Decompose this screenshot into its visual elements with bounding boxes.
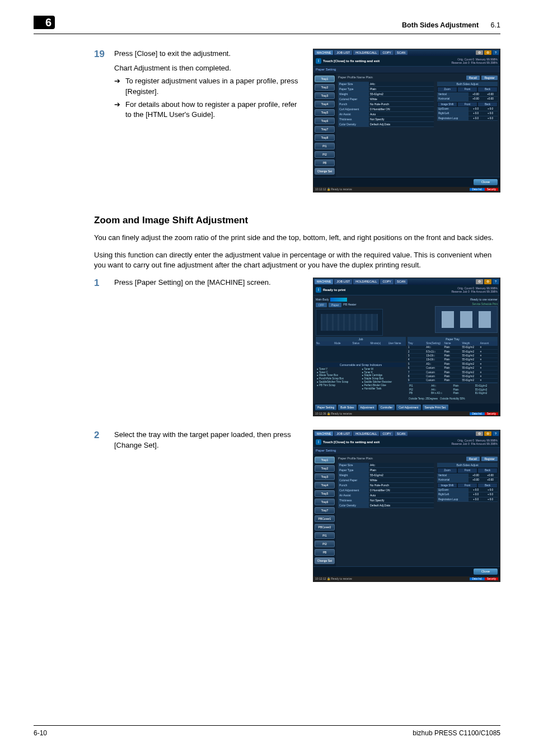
header-section: 6.1 bbox=[491, 21, 500, 29]
tab-joblist[interactable]: JOB LIST bbox=[334, 50, 352, 55]
led-security: Security bbox=[485, 412, 498, 415]
page-footer: 6-10 bizhub PRESS C1100/C1085 bbox=[34, 725, 500, 737]
tray-button[interactable]: Tray5 bbox=[315, 490, 335, 497]
sample-print-button[interactable]: Sample Print Set. bbox=[423, 405, 449, 410]
change-set-button[interactable]: Change Set bbox=[315, 168, 335, 175]
led-security: Security bbox=[485, 188, 498, 191]
tab-recall[interactable]: HOLD/RECALL bbox=[353, 431, 379, 436]
section-label: Paper Setting bbox=[313, 67, 500, 73]
tray-button[interactable]: PI1 bbox=[315, 143, 335, 149]
tab-help[interactable]: ? bbox=[493, 431, 499, 436]
tray-button[interactable]: Tray3 bbox=[315, 92, 335, 99]
header-title: Both Sides Adjustment bbox=[402, 21, 479, 29]
step-subtext: Chart Adjustment is then completed. bbox=[114, 63, 304, 74]
machine-diagram bbox=[316, 309, 383, 336]
register-button[interactable]: Register bbox=[481, 457, 498, 461]
header-rule bbox=[34, 34, 500, 34]
info-icon: i bbox=[316, 439, 321, 445]
led-data: Data Ind. bbox=[470, 412, 484, 415]
tab-machine[interactable]: MACHINE bbox=[315, 431, 333, 436]
paragraph: You can finely adjust the zoom ratio of … bbox=[94, 233, 500, 243]
tab-utility[interactable]: ⚙ bbox=[476, 50, 483, 55]
counter-stats: Orig. Count 0 Memory 99.998% Reserve Job… bbox=[451, 439, 498, 445]
both-sides-adjust-panel: Both Sides Adjust ZoomFrontBack Vertical… bbox=[437, 82, 498, 127]
tray-button[interactable]: Tray8 bbox=[315, 134, 335, 141]
curl-adjustment-button[interactable]: Curl Adjustment bbox=[396, 405, 420, 410]
tray-button[interactable]: Tray3 bbox=[315, 473, 335, 480]
register-button[interactable]: Register bbox=[481, 76, 498, 80]
both-sides-button[interactable]: Both Sides bbox=[338, 405, 356, 410]
close-button[interactable]: Close bbox=[474, 179, 498, 185]
adjustment-button[interactable]: Adjustment bbox=[358, 405, 377, 410]
tray-button[interactable]: Tray2 bbox=[315, 465, 335, 472]
chapter-tab: 6 bbox=[34, 16, 55, 29]
tray-button[interactable]: Tray5 bbox=[315, 109, 335, 116]
tab-machine[interactable]: MACHINE bbox=[315, 50, 333, 55]
tray-button[interactable]: PB bbox=[315, 159, 335, 166]
recall-button[interactable]: Recall bbox=[466, 457, 480, 461]
tab-joblist[interactable]: JOB LIST bbox=[334, 279, 352, 284]
bullet-text: For details about how to register a pape… bbox=[125, 100, 304, 121]
tab-scan[interactable]: SCAN bbox=[395, 279, 407, 284]
tab-utility[interactable]: ⚙ bbox=[476, 279, 483, 284]
both-sides-adjust-panel: Both Sides Adjust ZoomFrontBack Vertical… bbox=[437, 463, 498, 508]
tab-copy[interactable]: COPY bbox=[380, 279, 394, 284]
tab-help[interactable]: ? bbox=[493, 50, 499, 55]
tab-copy[interactable]: COPY bbox=[380, 431, 394, 436]
tray-button[interactable]: PB bbox=[315, 549, 335, 556]
tab-help[interactable]: ? bbox=[493, 279, 499, 284]
tray-button[interactable]: Tray2 bbox=[315, 84, 335, 91]
profile-label: Paper Profile Name bbox=[338, 76, 365, 79]
main-body-label: Main Body bbox=[316, 298, 329, 302]
bullet-text: To register adjustment values in a paper… bbox=[125, 76, 304, 97]
tray-button[interactable]: PI2 bbox=[315, 151, 335, 158]
tray-button[interactable]: Tray6 bbox=[315, 499, 335, 505]
tray-button[interactable]: Tray1 bbox=[315, 457, 335, 463]
tray-button[interactable]: Tray4 bbox=[315, 482, 335, 489]
tray-button[interactable]: Tray7 bbox=[315, 126, 335, 133]
status-message: Touch [Close] to fix setting and exit bbox=[323, 440, 380, 444]
tab-scan[interactable]: SCAN bbox=[395, 50, 407, 55]
tray-button[interactable]: PI1 bbox=[315, 532, 335, 539]
tray-button[interactable]: PBCover2 bbox=[315, 524, 335, 530]
step-text: Press [Paper Setting] on the [MACHINE] s… bbox=[114, 278, 304, 288]
step-number: 1 bbox=[94, 278, 114, 289]
scanner-ready: Ready to use scanner bbox=[470, 298, 498, 302]
paper-property-table: Paper SizeA4□ Paper TypePlain Weight55-6… bbox=[338, 82, 434, 127]
tray-button[interactable]: PBCover1 bbox=[315, 515, 335, 522]
tray-button[interactable]: PI2 bbox=[315, 541, 335, 547]
tab-copy[interactable]: COPY bbox=[380, 50, 394, 55]
heater-off-button[interactable]: OFF bbox=[316, 303, 327, 307]
heater-paper-button[interactable]: Paper bbox=[329, 303, 341, 307]
tray-button[interactable]: Tray6 bbox=[315, 118, 335, 124]
controller-button[interactable]: Controller bbox=[378, 405, 395, 410]
tab-recall[interactable]: HOLD/RECALL bbox=[353, 50, 379, 55]
tab-scan[interactable]: SCAN bbox=[395, 431, 407, 436]
tab-amber[interactable]: ⚙ bbox=[484, 279, 491, 284]
status-time: 10:12:12 bbox=[315, 187, 326, 191]
arrow-icon: ➔ bbox=[114, 76, 125, 97]
paper-tray-list: Paper Tray Tray Size(Setting) Name Weigh… bbox=[407, 337, 498, 401]
tab-utility[interactable]: ⚙ bbox=[476, 431, 483, 436]
counter-stats: Orig. Count 0 Memory 99.998% Reserve Job… bbox=[451, 287, 498, 293]
recall-button[interactable]: Recall bbox=[466, 76, 480, 80]
paragraph: Using this function can directly enter t… bbox=[94, 250, 500, 271]
close-button[interactable]: Close bbox=[474, 569, 498, 575]
step-number: 19 bbox=[94, 49, 114, 60]
tray-button[interactable]: Tray1 bbox=[315, 76, 335, 82]
tray-column: Tray1 Tray2 Tray3 Tray4 Tray5 Tray6 Tray… bbox=[313, 454, 336, 566]
tab-joblist[interactable]: JOB LIST bbox=[334, 431, 352, 436]
page-number: 6-10 bbox=[34, 729, 47, 737]
paper-setting-button[interactable]: Paper Setting bbox=[315, 405, 336, 410]
change-set-button[interactable]: Change Set bbox=[315, 557, 335, 564]
led-data: Data Ind. bbox=[470, 188, 484, 191]
product-name: bizhub PRESS C1100/C1085 bbox=[413, 729, 500, 737]
tab-machine[interactable]: MACHINE bbox=[315, 279, 333, 284]
job-list: Job No. Mode Status Minute(s) User Name … bbox=[316, 337, 406, 401]
step-text: Press [Close] to exit the adjustment. bbox=[114, 49, 304, 59]
tab-amber[interactable]: ⚙ bbox=[484, 50, 491, 55]
tray-button[interactable]: Tray4 bbox=[315, 101, 335, 107]
tray-button[interactable]: Tray7 bbox=[315, 507, 335, 514]
tab-amber[interactable]: ⚙ bbox=[484, 431, 491, 436]
tab-recall[interactable]: HOLD/RECALL bbox=[353, 279, 379, 284]
